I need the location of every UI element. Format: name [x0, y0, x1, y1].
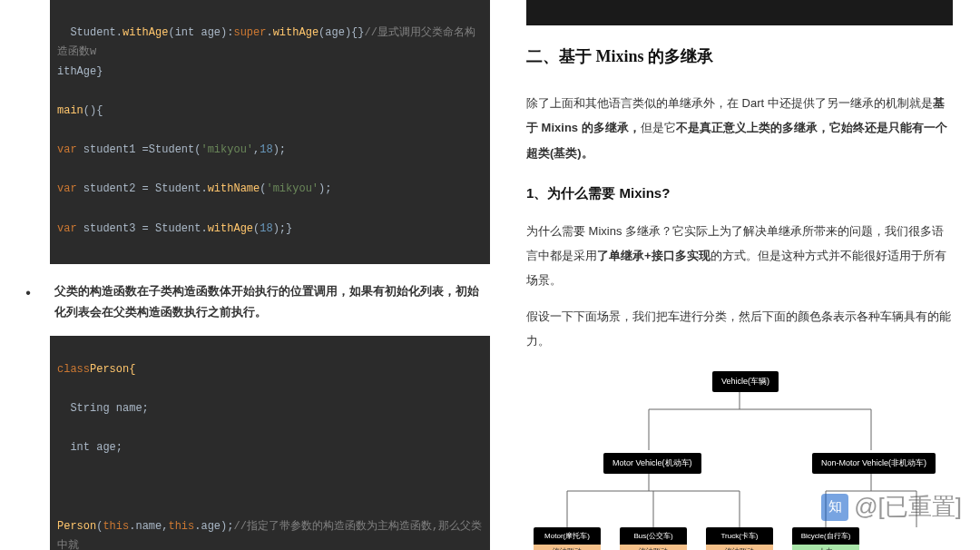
node-motor-vehicle: Motor Vehicle(机动车) — [603, 453, 701, 474]
paragraph-3: 假设一下下面场景，我们把车进行分类，然后下面的颜色条表示各种车辆具有的能力。 — [526, 304, 953, 354]
capability: 汽油驱动 — [706, 545, 773, 550]
zhihu-logo-icon: 知 — [821, 494, 848, 521]
code-line: var student3 = Student.withAge(18);} — [57, 222, 292, 235]
paragraph-1: 除了上面和其他语言类似的单继承外，在 Dart 中还提供了另一继承的机制就是基于… — [526, 91, 953, 165]
code-block-2: classPerson{ String name; int age; Perso… — [50, 336, 490, 551]
code-line: Student.withAge(int age):super.withAge(a… — [57, 26, 475, 59]
code-line: ithAge} — [57, 65, 103, 78]
leaf-motor: Motor(摩托车) 汽油驱动 载人 — [534, 527, 601, 550]
capability: 汽油驱动 — [534, 545, 601, 550]
subsection-heading: 1、为什么需要 Mixins? — [526, 185, 953, 202]
code-line: var student1 =Student('mikyou',18); — [57, 143, 286, 156]
leaf-bus: Bus(公交车) 汽油驱动 电能驱动 载人 — [620, 527, 687, 550]
leaf-title: Bus(公交车) — [620, 527, 687, 545]
dark-bar — [526, 0, 953, 25]
node-root: Vehicle(车辆) — [712, 371, 779, 392]
watermark: 知 @[已重置] — [821, 491, 962, 523]
bullet-item: • 父类的构造函数在子类构造函数体开始执行的位置调用，如果有初始化列表，初始化列… — [18, 280, 490, 323]
section-heading: 二、基于 Mixins 的多继承 — [526, 45, 953, 67]
watermark-text: @[已重置] — [854, 491, 962, 523]
node-non-motor-vehicle: Non-Motor Vehicle(非机动车) — [812, 453, 936, 474]
leaf-title: Bicycle(自行车) — [792, 527, 859, 545]
code-block-1: Student.withAge(int age):super.withAge(a… — [50, 0, 490, 264]
bullet-dot: • — [18, 280, 38, 323]
paragraph-2: 为什么需要 Mixins 多继承？它实际上为了解决单继承所带来的问题，我们很多语… — [526, 219, 953, 293]
leaf-title: Motor(摩托车) — [534, 527, 601, 545]
code-line: var student2 = Student.withName('mikyou'… — [57, 182, 331, 195]
leaf-bicycle: Bicycle(自行车) 人力 载人 — [792, 527, 859, 550]
capability: 人力 — [792, 545, 859, 550]
code-line: classPerson{ — [57, 363, 135, 376]
leaf-truck: Truck(卡车) 汽油驱动 载货 — [706, 527, 773, 550]
code-line: String name; — [57, 402, 149, 415]
left-column: Student.withAge(int age):super.withAge(a… — [0, 0, 490, 550]
capability: 汽油驱动 — [620, 545, 687, 550]
code-line: int age; — [57, 441, 122, 454]
code-line: Person(this.name,this.age);//指定了带参数的构造函数… — [57, 520, 482, 550]
right-column: 二、基于 Mixins 的多继承 除了上面和其他语言类似的单继承外，在 Dart… — [490, 0, 980, 550]
leaf-title: Truck(卡车) — [706, 527, 773, 545]
code-line: main(){ — [57, 104, 103, 117]
bullet-text: 父类的构造函数在子类构造函数体开始执行的位置调用，如果有初始化列表，初始化列表会… — [38, 280, 490, 323]
